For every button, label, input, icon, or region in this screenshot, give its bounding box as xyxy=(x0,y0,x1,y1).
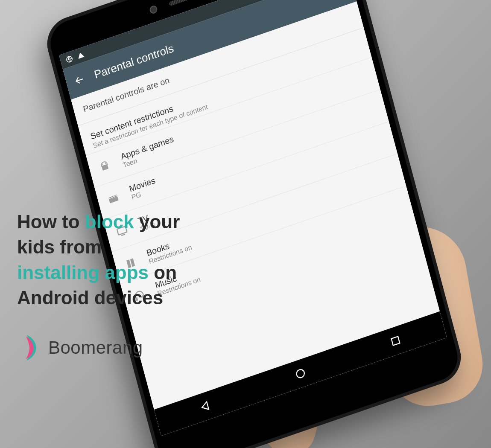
headline-accent-2: installing apps xyxy=(17,262,149,283)
boomerang-logo: Boomerang xyxy=(23,333,143,363)
boomerang-mark-icon xyxy=(23,333,41,363)
nav-recents-icon[interactable] xyxy=(389,333,403,349)
movie-icon xyxy=(106,191,121,207)
svg-point-6 xyxy=(105,163,106,163)
boomerang-wordmark: Boomerang xyxy=(48,337,143,358)
svg-rect-14 xyxy=(392,336,400,345)
back-arrow-icon[interactable] xyxy=(73,73,86,87)
warning-icon xyxy=(76,50,85,60)
svg-point-5 xyxy=(102,164,103,165)
android-icon xyxy=(98,159,112,174)
svg-point-13 xyxy=(295,369,305,379)
speaker-grille-icon xyxy=(169,0,202,6)
front-camera-icon xyxy=(149,4,158,14)
nav-back-icon[interactable] xyxy=(198,399,213,414)
headline-text-1: How to xyxy=(17,211,85,232)
headline-accent-1: block xyxy=(85,211,134,232)
svg-rect-4 xyxy=(102,164,108,171)
network-icon xyxy=(65,54,74,64)
nav-home-icon[interactable] xyxy=(293,366,308,381)
headline: How to block your kids from installing a… xyxy=(17,209,188,311)
